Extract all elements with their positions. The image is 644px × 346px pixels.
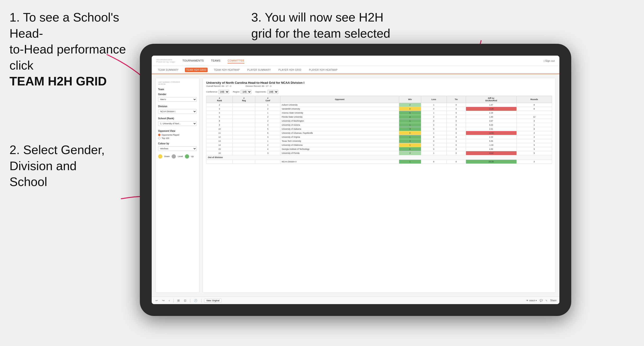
cell-conf: 1 — [255, 103, 280, 107]
table-row: 8 2 University of Washington 1 0 0 3.67 … — [206, 119, 552, 123]
cell-opponent: University of Virginia — [280, 135, 399, 139]
cell-rounds — [516, 111, 552, 115]
watch-button[interactable]: 👁 Watch ▾ — [526, 299, 537, 302]
gender-label: Gender — [158, 93, 197, 96]
table-row: 6 2 Florida State University 4 2 0 1.83 … — [206, 115, 552, 119]
cell-conf: 2 — [255, 107, 280, 111]
share-icon[interactable]: ⤡ — [546, 299, 547, 302]
gender-select[interactable]: Men's — [158, 97, 197, 102]
cell-reg — [233, 119, 255, 123]
cell-tie: 0 — [446, 131, 466, 135]
nav-tournaments[interactable]: TOURNAMENTS — [182, 58, 204, 63]
data-table: #Rank #Reg #Conf Opponent Win Loss Tie D… — [206, 96, 552, 164]
out-of-division-header: Out of division — [206, 155, 552, 160]
cell-rounds: 8 — [516, 107, 552, 111]
nav-committee[interactable]: COMMITTEE — [228, 58, 244, 63]
comment-button[interactable]: 💬 — [540, 299, 542, 302]
cell-rank: 3 — [206, 107, 233, 111]
division-select[interactable]: NCAA Division I — [158, 109, 197, 114]
sub-nav-team-summary[interactable]: TEAM SUMMARY — [156, 68, 180, 72]
main-content: Last Updated: 27/03/2024 16:55:38 Team G… — [152, 74, 560, 297]
view-button[interactable]: View: Original — [204, 299, 222, 303]
opponents-select[interactable]: (All) — [267, 90, 278, 94]
table-row: 13 1 Texas Tech University 3 0 0 5.56 9 — [206, 139, 552, 143]
colour-label: Colour by — [158, 142, 197, 145]
cell-conf: 3 — [255, 123, 280, 127]
table-row: 2 1 Auburn University 2 1 0 1.67 9 — [206, 103, 552, 107]
cell-rank: 6 — [206, 115, 233, 119]
school-select[interactable]: 1. University of Nort... — [158, 121, 197, 126]
radio-opponents-played[interactable]: Opponents Played — [158, 134, 197, 136]
paste-button[interactable]: ⊡ — [183, 298, 187, 303]
legend-level-label: Level — [178, 155, 183, 158]
out-rank — [206, 160, 233, 164]
cell-rank: 15 — [206, 147, 233, 151]
cell-diff: -6.42 — [466, 151, 516, 155]
sub-nav-player-summary[interactable]: PLAYER SUMMARY — [246, 68, 272, 72]
share-button[interactable]: Share — [550, 299, 556, 302]
cell-conf: 4 — [255, 147, 280, 151]
out-reg — [233, 160, 255, 164]
division-label: Division — [158, 105, 197, 108]
radio-dot-1 — [158, 134, 160, 136]
redo-button[interactable]: ↪ — [161, 298, 166, 303]
out-diff: 26.00 — [466, 160, 516, 164]
cell-diff: 4.50 — [466, 147, 516, 151]
cell-loss: 0 — [421, 139, 446, 143]
cell-win: 0 — [399, 131, 421, 135]
legend-down-label: Down — [164, 155, 170, 158]
cell-conf: 3 — [255, 151, 280, 155]
out-rounds: 3 — [516, 160, 552, 164]
radio-top100[interactable]: Top 100 — [158, 137, 197, 139]
col-loss: Loss — [421, 96, 446, 103]
nav-teams[interactable]: TEAMS — [211, 58, 220, 63]
out-loss: 0 — [421, 160, 446, 164]
table-row: 11 6 University of Arkansas, Fayettevill… — [206, 131, 552, 135]
sub-nav-player-h2h-heatmap[interactable]: PLAYER H2H HEATMAP — [308, 68, 339, 72]
cell-tie: 0 — [446, 151, 466, 155]
clock-button[interactable]: 🕐 — [193, 298, 198, 303]
cell-rounds: 9 — [516, 147, 552, 151]
conf-select[interactable]: (All) — [218, 90, 229, 94]
colour-select[interactable]: Win/loss — [158, 146, 197, 151]
cell-rank: 10 — [206, 127, 233, 131]
cell-loss: 0 — [421, 119, 446, 123]
sub-nav-player-h2h-grid[interactable]: PLAYER H2H GRID — [277, 68, 303, 72]
back-button[interactable]: ‹ — [168, 298, 171, 303]
cell-loss: 0 — [421, 123, 446, 127]
cell-opponent: Texas Tech University — [280, 139, 399, 143]
col-win: Win — [399, 96, 421, 103]
sign-out-button[interactable]: | Sign out — [544, 59, 555, 62]
cell-diff: 5.56 — [466, 139, 516, 143]
sub-nav-team-h2h-heatmap[interactable]: TEAM H2H HEATMAP — [212, 68, 241, 72]
cell-win: 6 — [399, 147, 421, 151]
sub-nav-team-h2h-grid[interactable]: TEAM H2H GRID — [185, 68, 208, 72]
copy-button[interactable]: ⊞ — [176, 298, 180, 303]
out-of-division-row: NCAA Division II 1 0 0 26.00 3 — [206, 160, 552, 164]
cell-loss: 2 — [421, 143, 446, 147]
region-select[interactable]: (All) — [240, 90, 252, 94]
overall-record: Overall Record: 89 - 17 - 0 — [206, 85, 231, 87]
toolbar-sep1: | — [173, 298, 174, 303]
cell-loss: 1 — [421, 131, 446, 135]
cell-win: 3 — [399, 127, 421, 131]
radio-label-2: Top 100 — [162, 137, 169, 139]
cell-rounds: 3 — [516, 135, 552, 139]
col-conf: #Conf — [255, 96, 280, 103]
col-diff: Diff AvStrokes/Rnd — [466, 96, 516, 103]
out-tie: 0 — [446, 160, 466, 164]
cell-conf: 2 — [255, 143, 280, 147]
cell-reg — [233, 107, 255, 111]
undo-button[interactable]: ↩ — [154, 298, 159, 303]
app-nav: SCOREBOARD Powered by clippi TOURNAMENTS… — [152, 56, 560, 66]
cell-win: 1 — [399, 119, 421, 123]
sub-nav: TEAM SUMMARY TEAM H2H GRID TEAM H2H HEAT… — [152, 66, 560, 74]
cell-opponent: University of Washington — [280, 119, 399, 123]
cell-rank: 14 — [206, 143, 233, 147]
cell-win: 1 — [399, 143, 421, 147]
opponents-label: Opponents: — [255, 91, 266, 93]
cell-conf: 1 — [255, 111, 280, 115]
table-row: 15 4 Georgia Institute of Technology 6 0… — [206, 147, 552, 151]
toolbar-sep2: | — [190, 298, 190, 303]
cell-opponent: University of Arkansas, Fayetteville — [280, 131, 399, 135]
